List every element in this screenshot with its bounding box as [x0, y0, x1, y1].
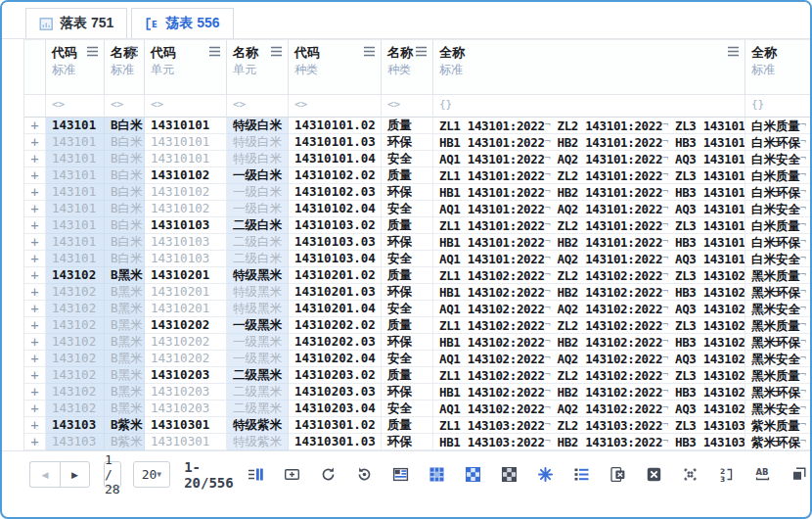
- cell-fullname-standard-1[interactable]: AQ1 143102:2022¬ AQ2 143102:2022¬ AQ3 14…: [433, 301, 745, 317]
- cell-name-kind[interactable]: 质量: [382, 367, 433, 384]
- cell-name-kind[interactable]: 质量: [382, 317, 433, 334]
- cell-name-unit[interactable]: 一级白米: [227, 201, 289, 217]
- cell-code-standard[interactable]: 143101: [46, 201, 105, 217]
- page-number-box[interactable]: 1 / 28: [104, 461, 121, 488]
- row-expand-button[interactable]: +: [24, 118, 46, 134]
- filter-name-standard[interactable]: <>: [105, 95, 145, 118]
- filter-name-unit[interactable]: <>: [227, 95, 289, 118]
- cell-fullname-standard-2[interactable]: 白米质量¬: [745, 118, 812, 134]
- cell-code-unit[interactable]: 14310203: [145, 401, 227, 417]
- column-menu-icon[interactable]: [126, 46, 139, 57]
- row-expand-button[interactable]: +: [24, 301, 46, 317]
- excel-export-icon[interactable]: [609, 466, 626, 483]
- cell-code-kind[interactable]: 14310101.03: [289, 134, 382, 151]
- tab-2[interactable]: E荡表 556: [131, 8, 233, 38]
- row-expand-button[interactable]: +: [24, 367, 46, 384]
- row-expand-button[interactable]: +: [24, 351, 46, 367]
- column-menu-icon[interactable]: [727, 46, 740, 57]
- cell-code-standard[interactable]: 143102: [46, 401, 105, 417]
- cell-code-unit[interactable]: 14310202: [145, 351, 227, 367]
- unfold-columns-icon[interactable]: [248, 466, 264, 483]
- cell-code-kind[interactable]: 14310201.02: [289, 267, 382, 284]
- cell-name-kind[interactable]: 安全: [382, 401, 433, 417]
- table-row[interactable]: +143101B白米14310101特级白米14310101.04安全AQ1 1…: [24, 151, 812, 167]
- cell-name-kind[interactable]: 安全: [382, 251, 433, 267]
- cell-name-unit[interactable]: 特级白米: [227, 118, 289, 134]
- cell-code-kind[interactable]: 14310201.04: [289, 301, 382, 317]
- column-header-name-standard[interactable]: 名称标准: [105, 40, 145, 95]
- cell-name-unit[interactable]: 特级紫米: [227, 434, 289, 450]
- cell-code-standard[interactable]: 143102: [46, 351, 105, 367]
- cell-code-unit[interactable]: 14310101: [145, 151, 227, 167]
- cell-code-unit[interactable]: 14310201: [145, 301, 227, 317]
- sort-order-icon[interactable]: 23: [718, 466, 735, 483]
- cell-fullname-standard-2[interactable]: 白米质量¬: [745, 167, 812, 184]
- column-header-name-kind[interactable]: 名称种类: [382, 40, 433, 95]
- column-header-code-standard[interactable]: 代码标准: [46, 40, 105, 95]
- column-menu-icon[interactable]: [415, 46, 428, 57]
- cell-name-standard[interactable]: B黑米: [105, 384, 145, 401]
- cell-fullname-standard-1[interactable]: ZL1 143103:2022¬ ZL2 143103:2022¬ ZL3 14…: [433, 417, 745, 434]
- excel-box-icon[interactable]: [646, 466, 662, 483]
- cell-code-standard[interactable]: 143101: [46, 184, 105, 201]
- cell-name-unit[interactable]: 二级白米: [227, 217, 289, 234]
- cell-fullname-standard-2[interactable]: 黑米环保¬: [745, 384, 812, 401]
- asterisk-icon[interactable]: [537, 466, 554, 483]
- cell-name-standard[interactable]: B白米: [105, 184, 145, 201]
- cell-code-standard[interactable]: 143101: [46, 118, 105, 134]
- row-expand-button[interactable]: +: [24, 134, 46, 151]
- cell-code-unit[interactable]: 14310102: [145, 184, 227, 201]
- cell-code-kind[interactable]: 14310103.02: [289, 217, 382, 234]
- filter-fullname-standard-1[interactable]: {}: [433, 95, 745, 118]
- cell-name-standard[interactable]: B白米: [105, 118, 145, 134]
- cell-fullname-standard-1[interactable]: HB1 143101:2022¬ HB2 143101:2022¬ HB3 14…: [433, 184, 745, 201]
- cell-fullname-standard-2[interactable]: 白米安全¬: [745, 151, 812, 167]
- cell-fullname-standard-1[interactable]: HB1 143101:2022¬ HB2 143101:2022¬ HB3 14…: [433, 234, 745, 251]
- column-menu-icon[interactable]: [208, 46, 221, 57]
- cell-code-standard[interactable]: 143101: [46, 234, 105, 251]
- rename-ab-icon[interactable]: AB: [754, 466, 771, 483]
- copy-layers-icon[interactable]: [790, 466, 807, 483]
- cell-code-kind[interactable]: 14310102.03: [289, 184, 382, 201]
- table-row[interactable]: +143101B白米14310103二级白米14310103.04安全AQ1 1…: [24, 251, 812, 267]
- table-row[interactable]: +143101B白米14310102一级白米14310102.03环保HB1 1…: [24, 184, 812, 201]
- cell-code-kind[interactable]: 14310203.02: [289, 367, 382, 384]
- cell-code-kind[interactable]: 14310202.02: [289, 317, 382, 334]
- cell-name-unit[interactable]: 一级黑米: [227, 317, 289, 334]
- row-expand-button[interactable]: +: [24, 384, 46, 401]
- row-expand-button[interactable]: +: [24, 284, 46, 301]
- table-row[interactable]: +143102B黑米14310202一级黑米14310202.03环保HB1 1…: [24, 334, 812, 351]
- table-row[interactable]: +143101B白米14310101特级白米14310101.02质量ZL1 1…: [24, 118, 812, 134]
- cell-name-standard[interactable]: B黑米: [105, 301, 145, 317]
- cell-fullname-standard-2[interactable]: 白米环保¬: [745, 234, 812, 251]
- cell-name-standard[interactable]: B白米: [105, 151, 145, 167]
- cell-fullname-standard-1[interactable]: AQ1 143102:2022¬ AQ2 143102:2022¬ AQ3 14…: [433, 351, 745, 367]
- cell-code-standard[interactable]: 143102: [46, 317, 105, 334]
- cell-code-standard[interactable]: 143101: [46, 151, 105, 167]
- add-row-icon[interactable]: [284, 466, 300, 483]
- cell-fullname-standard-1[interactable]: ZL1 143101:2022¬ ZL2 143101:2022¬ ZL3 14…: [433, 217, 745, 234]
- cell-name-unit[interactable]: 特级紫米: [227, 417, 289, 434]
- table-row[interactable]: +143102B黑米14310203二级黑米14310203.02质量ZL1 1…: [24, 367, 812, 384]
- column-header-code-unit[interactable]: 代码单元: [145, 40, 227, 95]
- cell-fullname-standard-2[interactable]: 白米质量¬: [745, 217, 812, 234]
- cell-name-unit[interactable]: 二级黑米: [227, 367, 289, 384]
- cell-name-kind[interactable]: 环保: [382, 384, 433, 401]
- cell-name-kind[interactable]: 质量: [382, 267, 433, 284]
- cell-name-unit[interactable]: 特级黑米: [227, 267, 289, 284]
- cell-code-standard[interactable]: 143101: [46, 167, 105, 184]
- table-row[interactable]: +143103B紫米14310301特级紫米14310301.02质量ZL1 1…: [24, 417, 812, 434]
- cell-code-standard[interactable]: 143101: [46, 251, 105, 267]
- cell-name-standard[interactable]: B黑米: [105, 334, 145, 351]
- cell-code-kind[interactable]: 14310202.03: [289, 334, 382, 351]
- column-header-name-unit[interactable]: 名称单元: [227, 40, 289, 95]
- cell-code-kind[interactable]: 14310202.04: [289, 351, 382, 367]
- cell-fullname-standard-2[interactable]: 黑米安全¬: [745, 301, 812, 317]
- cell-fullname-standard-1[interactable]: AQ1 143101:2022¬ AQ2 143101:2022¬ AQ3 14…: [433, 201, 745, 217]
- table-layout-icon[interactable]: [392, 466, 409, 483]
- filter-fullname-standard-2[interactable]: {}: [745, 95, 812, 118]
- cell-name-kind[interactable]: 环保: [382, 284, 433, 301]
- table-row[interactable]: +143102B黑米14310201特级黑米14310201.04安全AQ1 1…: [24, 301, 812, 317]
- table-row[interactable]: +143103B紫米14310301特级紫米14310301.03环保HB1 1…: [24, 434, 812, 450]
- cell-code-standard[interactable]: 143102: [46, 267, 105, 284]
